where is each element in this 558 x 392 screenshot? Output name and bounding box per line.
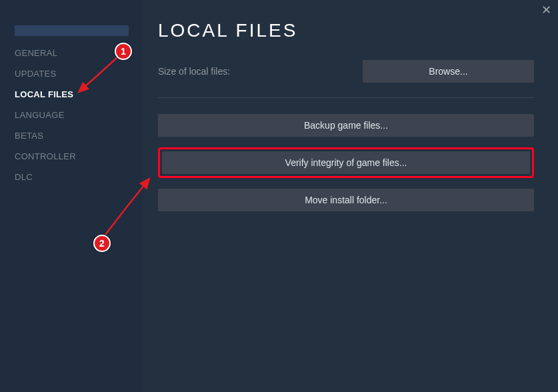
sidebar-item-updates[interactable]: UPDATES <box>0 63 143 84</box>
annotation-badge-1: 1 <box>115 43 132 60</box>
verify-highlight: Verify integrity of game files... <box>158 147 534 178</box>
sidebar-item-betas[interactable]: BETAS <box>0 125 143 146</box>
verify-integrity-button[interactable]: Verify integrity of game files... <box>162 151 530 174</box>
divider <box>158 97 534 98</box>
page-title: LOCAL FILES <box>158 20 534 41</box>
game-title-placeholder <box>15 25 129 36</box>
move-folder-button[interactable]: Move install folder... <box>158 189 534 211</box>
close-icon[interactable]: ✕ <box>541 4 551 16</box>
properties-window: GENERAL UPDATES LOCAL FILES LANGUAGE BET… <box>0 0 558 392</box>
sidebar-item-local-files[interactable]: LOCAL FILES <box>0 84 143 105</box>
backup-button[interactable]: Backup game files... <box>158 114 534 137</box>
sidebar-item-language[interactable]: LANGUAGE <box>0 105 143 125</box>
sidebar-item-controller[interactable]: CONTROLLER <box>0 146 143 167</box>
action-buttons: Backup game files... Verify integrity of… <box>158 114 534 211</box>
sidebar-item-dlc[interactable]: DLC <box>0 167 143 187</box>
annotation-badge-2: 2 <box>93 235 111 252</box>
size-label: Size of local files: <box>158 66 230 77</box>
size-row: Size of local files: Browse... <box>158 60 534 83</box>
browse-button[interactable]: Browse... <box>363 60 534 83</box>
main-panel: ✕ LOCAL FILES Size of local files: Brows… <box>143 0 558 392</box>
